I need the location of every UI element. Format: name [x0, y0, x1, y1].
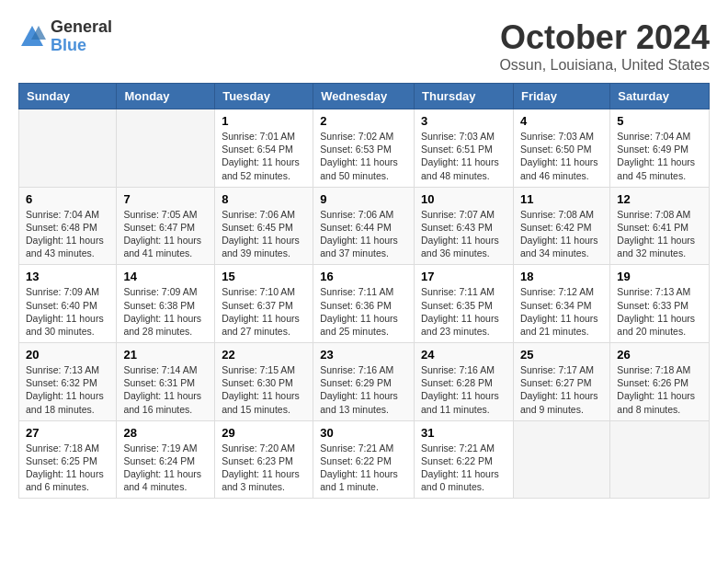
calendar-cell: 8Sunrise: 7:06 AM Sunset: 6:45 PM Daylig…: [215, 187, 313, 265]
day-info: Sunrise: 7:09 AM Sunset: 6:40 PM Dayligh…: [26, 285, 109, 338]
day-info: Sunrise: 7:11 AM Sunset: 6:35 PM Dayligh…: [421, 285, 506, 338]
logo: General Blue: [18, 18, 112, 55]
calendar-week-row: 13Sunrise: 7:09 AM Sunset: 6:40 PM Dayli…: [19, 265, 710, 343]
day-info: Sunrise: 7:03 AM Sunset: 6:51 PM Dayligh…: [421, 130, 506, 182]
day-number: 28: [123, 426, 208, 440]
calendar-cell: [19, 109, 117, 188]
calendar-table: SundayMondayTuesdayWednesdayThursdayFrid…: [18, 83, 710, 499]
calendar-cell: 12Sunrise: 7:08 AM Sunset: 6:41 PM Dayli…: [610, 187, 710, 265]
day-number: 9: [320, 192, 407, 206]
day-number: 19: [617, 270, 702, 283]
day-info: Sunrise: 7:04 AM Sunset: 6:49 PM Dayligh…: [617, 130, 702, 182]
day-info: Sunrise: 7:09 AM Sunset: 6:38 PM Dayligh…: [123, 285, 208, 338]
day-number: 30: [320, 426, 407, 440]
calendar-cell: [117, 109, 215, 188]
day-info: Sunrise: 7:08 AM Sunset: 6:42 PM Dayligh…: [520, 208, 603, 260]
day-number: 5: [617, 114, 702, 128]
calendar-cell: 5Sunrise: 7:04 AM Sunset: 6:49 PM Daylig…: [610, 109, 710, 188]
calendar-cell: 23Sunrise: 7:16 AM Sunset: 6:29 PM Dayli…: [313, 343, 415, 421]
day-number: 29: [222, 426, 306, 440]
calendar-cell: [610, 420, 710, 499]
day-info: Sunrise: 7:19 AM Sunset: 6:24 PM Dayligh…: [123, 442, 208, 494]
day-info: Sunrise: 7:16 AM Sunset: 6:28 PM Dayligh…: [421, 363, 506, 416]
calendar-cell: 25Sunrise: 7:17 AM Sunset: 6:27 PM Dayli…: [513, 343, 609, 421]
calendar-cell: 20Sunrise: 7:13 AM Sunset: 6:32 PM Dayli…: [19, 343, 117, 421]
day-number: 2: [320, 114, 407, 128]
calendar-header-wednesday: Wednesday: [313, 84, 415, 109]
calendar-header-row: SundayMondayTuesdayWednesdayThursdayFrid…: [19, 84, 710, 109]
day-info: Sunrise: 7:18 AM Sunset: 6:25 PM Dayligh…: [26, 442, 109, 494]
day-info: Sunrise: 7:21 AM Sunset: 6:22 PM Dayligh…: [320, 442, 407, 494]
day-info: Sunrise: 7:12 AM Sunset: 6:34 PM Dayligh…: [520, 285, 603, 338]
calendar-cell: 19Sunrise: 7:13 AM Sunset: 6:33 PM Dayli…: [610, 265, 710, 343]
page-header: General Blue October 2024 Ossun, Louisia…: [18, 18, 710, 74]
logo-icon: [18, 23, 46, 51]
calendar-cell: 29Sunrise: 7:20 AM Sunset: 6:23 PM Dayli…: [215, 420, 313, 499]
calendar-cell: 21Sunrise: 7:14 AM Sunset: 6:31 PM Dayli…: [117, 343, 215, 421]
day-info: Sunrise: 7:20 AM Sunset: 6:23 PM Dayligh…: [222, 442, 306, 494]
calendar-cell: 2Sunrise: 7:02 AM Sunset: 6:53 PM Daylig…: [313, 109, 415, 188]
day-info: Sunrise: 7:10 AM Sunset: 6:37 PM Dayligh…: [222, 285, 306, 338]
day-number: 14: [123, 270, 208, 283]
calendar-week-row: 20Sunrise: 7:13 AM Sunset: 6:32 PM Dayli…: [19, 343, 710, 421]
day-number: 4: [520, 114, 603, 128]
calendar-header-saturday: Saturday: [610, 84, 710, 109]
day-number: 13: [26, 270, 109, 283]
calendar-cell: 14Sunrise: 7:09 AM Sunset: 6:38 PM Dayli…: [117, 265, 215, 343]
calendar-header-sunday: Sunday: [19, 84, 117, 109]
calendar-week-row: 1Sunrise: 7:01 AM Sunset: 6:54 PM Daylig…: [19, 109, 710, 188]
day-number: 17: [421, 270, 506, 283]
location: Ossun, Louisiana, United States: [499, 57, 710, 74]
day-info: Sunrise: 7:18 AM Sunset: 6:26 PM Dayligh…: [617, 363, 702, 416]
day-info: Sunrise: 7:04 AM Sunset: 6:48 PM Dayligh…: [26, 208, 109, 260]
day-number: 15: [222, 270, 306, 283]
calendar-week-row: 27Sunrise: 7:18 AM Sunset: 6:25 PM Dayli…: [19, 420, 710, 499]
logo-blue-text: Blue: [51, 37, 112, 55]
day-info: Sunrise: 7:14 AM Sunset: 6:31 PM Dayligh…: [123, 363, 208, 416]
day-number: 23: [320, 348, 407, 362]
day-number: 21: [123, 348, 208, 362]
day-info: Sunrise: 7:06 AM Sunset: 6:44 PM Dayligh…: [320, 208, 407, 260]
calendar-header-friday: Friday: [513, 84, 609, 109]
day-number: 16: [320, 270, 407, 283]
calendar-cell: 15Sunrise: 7:10 AM Sunset: 6:37 PM Dayli…: [215, 265, 313, 343]
calendar-cell: 1Sunrise: 7:01 AM Sunset: 6:54 PM Daylig…: [215, 109, 313, 188]
day-info: Sunrise: 7:11 AM Sunset: 6:36 PM Dayligh…: [320, 285, 407, 338]
logo-general-text: General: [51, 18, 112, 37]
calendar-cell: 3Sunrise: 7:03 AM Sunset: 6:51 PM Daylig…: [415, 109, 514, 188]
day-number: 11: [520, 192, 603, 206]
day-info: Sunrise: 7:01 AM Sunset: 6:54 PM Dayligh…: [222, 130, 306, 182]
day-number: 7: [123, 192, 208, 206]
day-info: Sunrise: 7:02 AM Sunset: 6:53 PM Dayligh…: [320, 130, 407, 182]
day-number: 27: [26, 426, 109, 440]
calendar-cell: [513, 420, 609, 499]
calendar-cell: 16Sunrise: 7:11 AM Sunset: 6:36 PM Dayli…: [313, 265, 415, 343]
day-number: 25: [520, 348, 603, 362]
day-number: 18: [520, 270, 603, 283]
day-number: 8: [222, 192, 306, 206]
calendar-cell: 26Sunrise: 7:18 AM Sunset: 6:26 PM Dayli…: [610, 343, 710, 421]
day-number: 6: [26, 192, 109, 206]
day-info: Sunrise: 7:05 AM Sunset: 6:47 PM Dayligh…: [123, 208, 208, 260]
day-number: 10: [421, 192, 506, 206]
calendar-header-thursday: Thursday: [415, 84, 514, 109]
calendar-cell: 31Sunrise: 7:21 AM Sunset: 6:22 PM Dayli…: [415, 420, 514, 499]
day-info: Sunrise: 7:06 AM Sunset: 6:45 PM Dayligh…: [222, 208, 306, 260]
calendar-cell: 9Sunrise: 7:06 AM Sunset: 6:44 PM Daylig…: [313, 187, 415, 265]
calendar-cell: 7Sunrise: 7:05 AM Sunset: 6:47 PM Daylig…: [117, 187, 215, 265]
calendar-cell: 4Sunrise: 7:03 AM Sunset: 6:50 PM Daylig…: [513, 109, 609, 188]
month-title: October 2024: [499, 18, 710, 57]
day-info: Sunrise: 7:13 AM Sunset: 6:33 PM Dayligh…: [617, 285, 702, 338]
calendar-cell: 17Sunrise: 7:11 AM Sunset: 6:35 PM Dayli…: [415, 265, 514, 343]
day-info: Sunrise: 7:15 AM Sunset: 6:30 PM Dayligh…: [222, 363, 306, 416]
calendar-cell: 24Sunrise: 7:16 AM Sunset: 6:28 PM Dayli…: [415, 343, 514, 421]
day-number: 3: [421, 114, 506, 128]
day-info: Sunrise: 7:08 AM Sunset: 6:41 PM Dayligh…: [617, 208, 702, 260]
day-number: 1: [222, 114, 306, 128]
calendar-cell: 6Sunrise: 7:04 AM Sunset: 6:48 PM Daylig…: [19, 187, 117, 265]
calendar-cell: 13Sunrise: 7:09 AM Sunset: 6:40 PM Dayli…: [19, 265, 117, 343]
calendar-header-tuesday: Tuesday: [215, 84, 313, 109]
day-number: 24: [421, 348, 506, 362]
day-info: Sunrise: 7:21 AM Sunset: 6:22 PM Dayligh…: [421, 442, 506, 494]
day-number: 26: [617, 348, 702, 362]
